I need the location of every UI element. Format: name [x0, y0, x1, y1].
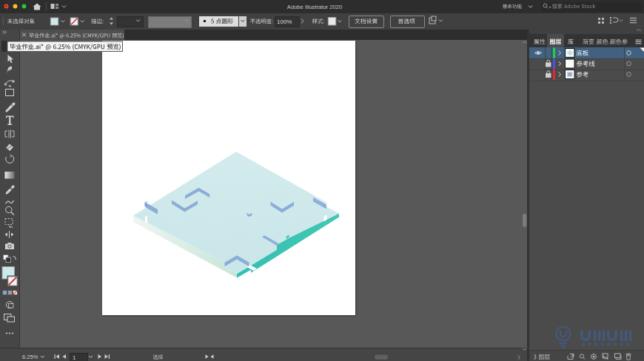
svg-text:100%: 100%: [277, 18, 292, 25]
svg-text:1: 1: [73, 354, 76, 361]
svg-text:Adobe Illustrator 2020: Adobe Illustrator 2020: [287, 4, 342, 10]
svg-text:6.25%: 6.25%: [22, 354, 38, 360]
